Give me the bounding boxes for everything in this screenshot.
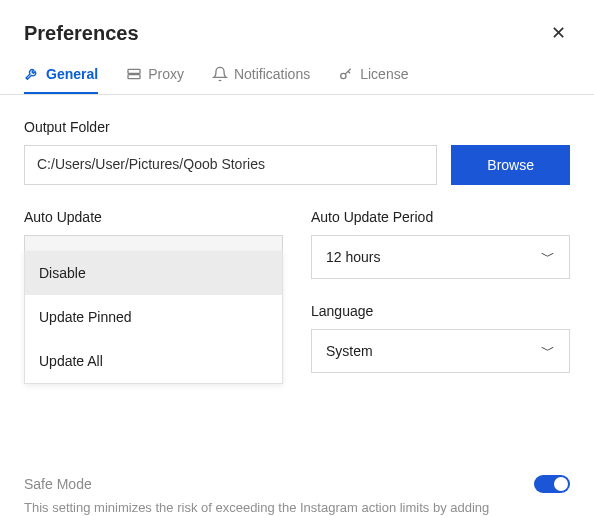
- tab-general[interactable]: General: [24, 58, 98, 94]
- browse-button[interactable]: Browse: [451, 145, 570, 185]
- bell-icon: [212, 66, 228, 82]
- auto-update-period-select[interactable]: 12 hours ﹀: [311, 235, 570, 279]
- safe-mode-label: Safe Mode: [24, 476, 92, 492]
- wrench-icon: [24, 66, 40, 82]
- svg-rect-1: [128, 75, 140, 79]
- safe-mode-help: This setting minimizes the risk of excee…: [24, 499, 504, 516]
- tab-label: Notifications: [234, 66, 310, 82]
- close-button[interactable]: ✕: [547, 18, 570, 48]
- auto-update-period-selected: 12 hours: [326, 249, 380, 265]
- language-select[interactable]: System ﹀: [311, 329, 570, 373]
- auto-update-dropdown: Disable Update Pinned Update All: [24, 251, 283, 384]
- output-folder-input[interactable]: C:/Users/User/Pictures/Qoob Stories: [24, 145, 437, 185]
- language-selected: System: [326, 343, 373, 359]
- tab-proxy[interactable]: Proxy: [126, 58, 184, 94]
- svg-rect-0: [128, 69, 140, 73]
- chevron-down-icon: ﹀: [541, 248, 555, 266]
- auto-update-label: Auto Update: [24, 209, 283, 225]
- tab-license[interactable]: License: [338, 58, 408, 94]
- tab-notifications[interactable]: Notifications: [212, 58, 310, 94]
- server-icon: [126, 66, 142, 82]
- language-label: Language: [311, 303, 570, 319]
- dropdown-item-disable[interactable]: Disable: [25, 251, 282, 295]
- auto-update-period-label: Auto Update Period: [311, 209, 570, 225]
- page-title: Preferences: [24, 22, 139, 45]
- dropdown-item-update-pinned[interactable]: Update Pinned: [25, 295, 282, 339]
- key-icon: [338, 66, 354, 82]
- chevron-down-icon: ﹀: [541, 342, 555, 360]
- close-icon: ✕: [551, 23, 566, 43]
- tab-label: License: [360, 66, 408, 82]
- tab-label: General: [46, 66, 98, 82]
- output-folder-label: Output Folder: [24, 119, 570, 135]
- safe-mode-toggle[interactable]: [534, 475, 570, 493]
- tab-label: Proxy: [148, 66, 184, 82]
- dropdown-item-update-all[interactable]: Update All: [25, 339, 282, 383]
- tabs: General Proxy Notifications License: [0, 58, 594, 95]
